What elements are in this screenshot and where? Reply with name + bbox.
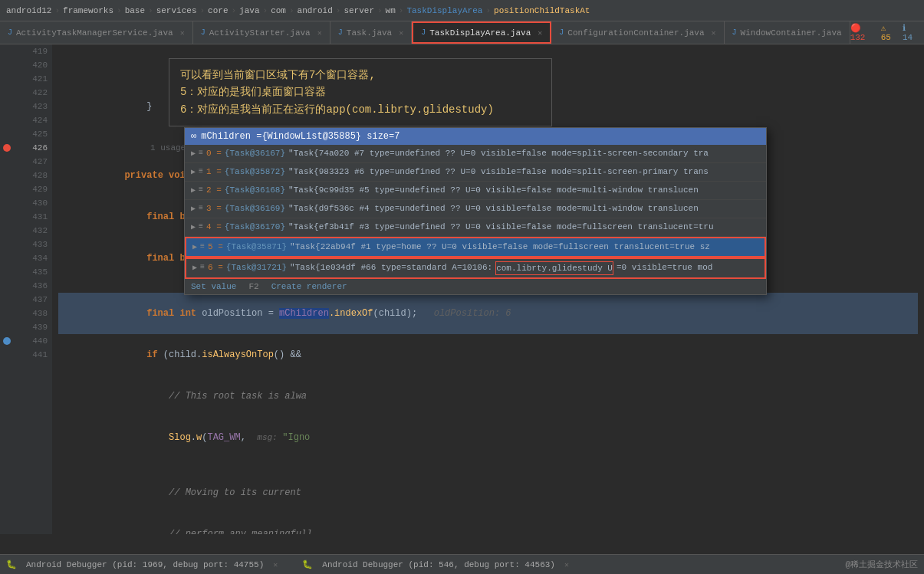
code-line-428: // This root task is alwa xyxy=(58,376,918,417)
tab-cc-close[interactable]: ✕ xyxy=(712,28,716,38)
debug-popup[interactable]: ∞ mChildren ={WindowList@35885} size=7 ▶… xyxy=(184,127,767,295)
expand-arrow[interactable]: ▶ xyxy=(191,166,196,179)
item-ref: {Task@35872} xyxy=(225,166,285,178)
popup-item-5[interactable]: ▶ ≡ 5 = {Task@35871} "Task{22ab94f #1 ty… xyxy=(185,237,766,257)
tab-wc-label: WindowContainer.java xyxy=(741,28,842,38)
breadcrumb-services[interactable]: services xyxy=(156,6,197,15)
debugger-2-label: Android Debugger (pid: 546, debug port: … xyxy=(322,560,555,569)
breakpoint-column xyxy=(0,44,14,534)
line-num-432: 432 xyxy=(32,224,48,238)
popup-item-2[interactable]: ▶ ≡ 2 = {Task@36168} "Task{9c99d35 #5 ty… xyxy=(185,182,766,200)
tab-atms[interactable]: J ActivityTaskManagerService.java ✕ xyxy=(0,21,193,44)
expand-arrow[interactable]: ▶ xyxy=(192,241,197,254)
breadcrumb-com[interactable]: com xyxy=(271,6,286,15)
popup-item-3[interactable]: ▶ ≡ 3 = {Task@36169} "Task{d9f536c #4 ty… xyxy=(185,200,766,218)
breadcrumb-java[interactable]: java xyxy=(239,6,259,15)
close-debug-2[interactable]: ✕ xyxy=(564,560,569,569)
expand-arrow[interactable]: ▶ xyxy=(191,185,196,197)
expand-arrow[interactable]: ▶ xyxy=(191,148,196,160)
breadcrumb-android12[interactable]: android12 xyxy=(6,6,51,15)
create-renderer-button[interactable]: Create renderer xyxy=(271,282,347,291)
popup-item-4[interactable]: ▶ ≡ 4 = {Task@36170} "Task{ef3b41f #3 ty… xyxy=(185,218,766,237)
code-line-429: Slog.w(TAG_WM, msg: "Igno xyxy=(58,417,918,458)
item-value: "Task{74a020 #7 type=undefined ?? U=0 vi… xyxy=(288,147,709,159)
tab-task-label: Task.java xyxy=(347,28,392,38)
list-icon: ≡ xyxy=(199,202,203,215)
code-line-431: // Moving to its current xyxy=(58,472,918,513)
watermark: @稀土掘金技术社区 xyxy=(845,559,918,570)
tab-cc[interactable]: J ConfigurationContainer.java ✕ xyxy=(551,21,724,44)
tab-atms-label: ActivityTaskManagerService.java xyxy=(16,28,173,38)
bp-slot xyxy=(0,251,14,265)
error-badges: 🔴 132 ⚠ 65 ℹ 14 xyxy=(850,21,924,44)
breadcrumb-frameworks[interactable]: frameworks xyxy=(63,6,113,15)
f2-key: F2 xyxy=(248,282,258,291)
list-icon: ≡ xyxy=(200,261,205,274)
line-num-420: 420 xyxy=(32,58,48,72)
tab-task-close[interactable]: ✕ xyxy=(399,28,403,38)
tabs-bar: J ActivityTaskManagerService.java ✕ J Ac… xyxy=(0,21,924,44)
line-num-437: 437 xyxy=(32,293,48,307)
line-num-425: 425 xyxy=(32,127,48,141)
tab-tda[interactable]: J TaskDisplayArea.java ✕ xyxy=(412,21,551,44)
warning-count: ⚠ 65 xyxy=(881,23,898,42)
bp-slot xyxy=(0,182,14,196)
bp-slot xyxy=(0,113,14,127)
item-value: "Task{9c99d35 #5 type=undefined ?? U=0 v… xyxy=(288,184,699,196)
java-icon: J xyxy=(559,28,564,37)
expand-arrow[interactable]: ▶ xyxy=(191,203,196,215)
line-num-429: 429 xyxy=(32,182,48,196)
set-value-button[interactable]: Set value xyxy=(191,282,236,291)
item-value: "Task{983323 #6 type=undefined ?? U=0 vi… xyxy=(288,166,709,178)
item-index: 1 = xyxy=(206,166,222,178)
item-ref: {Task@36167} xyxy=(225,147,285,159)
popup-expand-icon[interactable]: ∞ xyxy=(191,131,196,142)
bp-slot xyxy=(0,279,14,293)
popup-item-0[interactable]: ▶ ≡ 0 = {Task@36167} "Task{74a020 #7 typ… xyxy=(185,145,766,163)
breadcrumb-android[interactable]: android xyxy=(298,6,333,15)
tab-as-label: ActivityStarter.java xyxy=(209,28,311,38)
item-value: "Task{1e034df #66 type=standard A=10106: xyxy=(290,261,492,274)
popup-item-1[interactable]: ▶ ≡ 1 = {Task@35872} "Task{983323 #6 typ… xyxy=(185,163,766,182)
bp-slot xyxy=(0,196,14,210)
breadcrumb-server[interactable]: server xyxy=(344,6,374,15)
breadcrumb-base[interactable]: base xyxy=(125,6,145,15)
usage-count: 1 usage xyxy=(150,143,186,153)
breadcrumb-core[interactable]: core xyxy=(208,6,228,15)
tab-atms-close[interactable]: ✕ xyxy=(180,28,185,38)
bp-slot xyxy=(0,58,14,72)
item-value: "Task{d9f536c #4 type=undefined ?? U=0 v… xyxy=(288,202,699,215)
annotation-box: 可以看到当前窗口区域下有7个窗口容器, 5：对应的是我们桌面窗口容器 6：对应的… xyxy=(169,58,552,126)
debugger-1-label: Android Debugger (pid: 1969, debug port:… xyxy=(26,560,264,569)
expand-arrow[interactable]: ▶ xyxy=(191,221,196,234)
line-num-431: 431 xyxy=(32,210,48,224)
item-index: 5 = xyxy=(208,241,223,253)
tab-wc[interactable]: J WindowContainer.java xyxy=(725,21,850,44)
list-icon: ≡ xyxy=(199,221,203,233)
tab-tda-label: TaskDisplayArea.java xyxy=(429,28,531,38)
bp-slot xyxy=(0,127,14,141)
item-ref: {Task@36170} xyxy=(225,221,285,233)
info-count: ℹ 14 xyxy=(903,23,918,42)
breadcrumb-taskdisplayarea[interactable]: TaskDisplayArea xyxy=(406,6,482,15)
breadcrumb-method[interactable]: positionChildTaskAt xyxy=(494,6,590,15)
java-icon: J xyxy=(732,28,737,37)
expand-arrow[interactable]: ▶ xyxy=(192,262,197,274)
tab-as-close[interactable]: ✕ xyxy=(317,28,322,38)
popup-item-6[interactable]: ▶ ≡ 6 = {Task@31721} "Task{1e034df #66 t… xyxy=(185,257,766,279)
java-icon: J xyxy=(201,28,206,37)
close-debug-1[interactable]: ✕ xyxy=(273,560,278,569)
tab-cc-label: ConfigurationContainer.java xyxy=(567,28,704,38)
bp-slot xyxy=(0,100,14,113)
bp-slot xyxy=(0,169,14,182)
bp-slot xyxy=(0,293,14,307)
annotation-line1: 可以看到当前窗口区域下有7个窗口容器, xyxy=(180,67,541,84)
bp-slot xyxy=(0,155,14,169)
item-index: 3 = xyxy=(206,202,222,215)
tab-as[interactable]: J ActivityStarter.java ✕ xyxy=(193,21,330,44)
item-index: 2 = xyxy=(206,184,222,196)
tab-task[interactable]: J Task.java ✕ xyxy=(330,21,412,44)
breadcrumb-wm[interactable]: wm xyxy=(386,6,396,15)
list-icon: ≡ xyxy=(199,147,203,159)
tab-tda-close[interactable]: ✕ xyxy=(538,28,542,38)
